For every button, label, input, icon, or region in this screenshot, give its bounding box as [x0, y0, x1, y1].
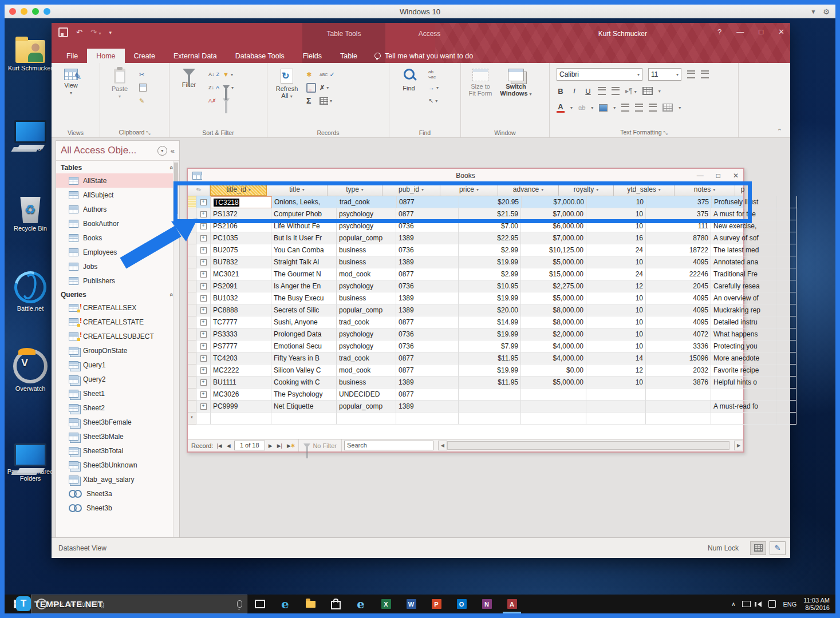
- row-selector[interactable]: [188, 280, 196, 292]
- table-row[interactable]: +BU2075You Can Combabusiness0736$2.99$10…: [188, 244, 743, 256]
- cell-ytd_sales[interactable]: 4095: [646, 256, 711, 268]
- cell-title[interactable]: Straight Talk Al: [271, 256, 337, 268]
- delete-button[interactable]: ✗▾: [320, 83, 335, 92]
- network-display-icon[interactable]: [742, 601, 751, 607]
- expand-row-button[interactable]: +: [196, 328, 211, 340]
- cell-p[interactable]: [776, 304, 796, 316]
- cell-notes[interactable]: More anecdote: [711, 352, 776, 365]
- navpane-item-allstate[interactable]: AllState: [56, 173, 179, 188]
- tab-external-data[interactable]: External Data: [164, 49, 226, 63]
- table-row[interactable]: +PS3333Prolonged Datapsychology0736$19.9…: [188, 328, 743, 340]
- expand-row-button[interactable]: +: [196, 280, 211, 292]
- alternate-row-color-icon[interactable]: [662, 104, 673, 112]
- save-record-button[interactable]: [306, 83, 316, 92]
- new-record-cell[interactable]: [459, 413, 521, 425]
- design-view-button[interactable]: ✎: [770, 541, 786, 555]
- cell-price[interactable]: [459, 389, 521, 401]
- cell-notes[interactable]: What happens: [711, 328, 776, 340]
- expand-row-button[interactable]: +: [196, 352, 211, 365]
- background-color-icon[interactable]: [599, 104, 608, 112]
- cell-type[interactable]: psychology: [337, 280, 396, 292]
- new-record-cell[interactable]: [646, 413, 711, 425]
- cell-notes[interactable]: Carefully resea: [711, 280, 776, 292]
- size-to-fit-form-button[interactable]: Size toFit Form: [464, 66, 496, 127]
- row-selector[interactable]: [188, 401, 196, 413]
- cell-type[interactable]: business: [337, 292, 396, 304]
- cell-price[interactable]: $2.99: [459, 244, 521, 256]
- cut-button[interactable]: ✂: [139, 70, 147, 79]
- taskbar-powerpoint[interactable]: P: [424, 595, 449, 613]
- paragraph-direction-icon[interactable]: ▸¶ ▾: [625, 87, 637, 95]
- desktop-icon-user-folder[interactable]: Kurt Schmucker: [6, 30, 55, 72]
- cell-price[interactable]: $11.95: [459, 377, 521, 389]
- tellme-box[interactable]: Tell me what you want to do: [366, 49, 481, 63]
- view-button[interactable]: ✎ View▾: [55, 66, 87, 127]
- cell-advance[interactable]: $7,000.00: [521, 232, 586, 244]
- table-row[interactable]: +PS2091Is Anger the Enpsychology0736$10.…: [188, 280, 743, 292]
- cell-type[interactable]: trad_cook: [337, 316, 396, 328]
- cell-title[interactable]: Emotional Secu: [271, 340, 337, 352]
- cell-ytd_sales[interactable]: 22246: [646, 268, 711, 280]
- clock[interactable]: 11:03 AM 8/5/2016: [803, 597, 830, 612]
- cell-notes[interactable]: [711, 389, 776, 401]
- cell-ytd_sales[interactable]: 15096: [646, 352, 711, 365]
- selection-filter-button[interactable]: ▼▾: [223, 70, 234, 79]
- gear-icon[interactable]: ⚙: [823, 7, 830, 16]
- cell-price[interactable]: $19.99: [459, 365, 521, 377]
- navpane-item-sheet1[interactable]: Sheet1: [56, 386, 179, 401]
- cell-pub_id[interactable]: 0736: [396, 244, 459, 256]
- decrease-indent-icon[interactable]: [598, 87, 606, 95]
- navpane-group-tables[interactable]: Tables«: [56, 161, 179, 173]
- cell-type[interactable]: psychology: [337, 340, 396, 352]
- cell-ytd_sales[interactable]: [646, 389, 711, 401]
- tab-fields[interactable]: Fields: [294, 49, 331, 63]
- customize-qat-icon[interactable]: ▾: [109, 30, 112, 35]
- action-center-icon[interactable]: [768, 600, 776, 608]
- cell-p[interactable]: [776, 377, 796, 389]
- remove-sort-button[interactable]: A✗: [208, 96, 219, 105]
- cell-ytd_sales[interactable]: 3336: [646, 340, 711, 352]
- table-row[interactable]: +TC7777Sushi, Anyonetrad_cook0877$14.99$…: [188, 316, 743, 328]
- new-record-cell[interactable]: [711, 413, 776, 425]
- cell-pub_id[interactable]: 1389: [396, 304, 459, 316]
- tab-create[interactable]: Create: [125, 49, 165, 63]
- table-row[interactable]: +MC3026The PsychologyUNDECIDED0877: [188, 389, 743, 401]
- new-record-cell[interactable]: [271, 413, 337, 425]
- cell-royalty[interactable]: 10: [586, 316, 646, 328]
- totals-button[interactable]: Σ: [306, 96, 316, 105]
- align-left-icon[interactable]: [621, 104, 629, 112]
- cell-title[interactable]: Is Anger the En: [271, 280, 337, 292]
- cell-royalty[interactable]: [586, 401, 646, 413]
- cell-price[interactable]: $11.95: [459, 352, 521, 365]
- expand-plus-icon[interactable]: +: [200, 403, 207, 410]
- cell-advance[interactable]: $4,000.00: [521, 352, 586, 365]
- cell-p[interactable]: [776, 208, 796, 220]
- cell-price[interactable]: $19.99: [459, 256, 521, 268]
- taskbar-file-explorer[interactable]: [298, 595, 323, 613]
- datasheet-view-button[interactable]: [750, 541, 766, 555]
- cell-royalty[interactable]: 12: [586, 280, 646, 292]
- previous-record-button[interactable]: ◀: [226, 443, 232, 449]
- cell-title_id[interactable]: BU7832: [211, 256, 271, 268]
- desktop-icon-shared-folders[interactable]: Parallels Shared Folders: [6, 433, 55, 482]
- tab-database-tools[interactable]: Database Tools: [226, 49, 294, 63]
- cell-royalty[interactable]: 10: [586, 256, 646, 268]
- cell-pub_id[interactable]: 1389: [396, 401, 459, 413]
- expand-row-button[interactable]: +: [196, 389, 211, 401]
- taskbar-edge[interactable]: e: [273, 595, 298, 613]
- new-blank-record-button[interactable]: ▶✱: [286, 443, 296, 449]
- cell-title[interactable]: Secrets of Silic: [271, 304, 337, 316]
- cell-type[interactable]: psychology: [337, 328, 396, 340]
- navpane-item-query2[interactable]: Query2: [56, 372, 179, 386]
- navpane-item-sheet3bfemale[interactable]: Sheet3bFemale: [56, 415, 179, 429]
- table-row[interactable]: +TC4203Fifty Years in Btrad_cook0877$11.…: [188, 352, 743, 365]
- cell-advance[interactable]: $5,000.00: [521, 377, 586, 389]
- cell-advance[interactable]: $5,000.00: [521, 256, 586, 268]
- microphone-icon[interactable]: [237, 600, 242, 608]
- chevron-down-icon[interactable]: ▼: [810, 9, 816, 15]
- navpane-item-sheet3btotal[interactable]: Sheet3bTotal: [56, 443, 179, 458]
- bullets-icon[interactable]: [687, 70, 695, 78]
- navpane-item-sheet3b[interactable]: Sheet3b: [56, 501, 179, 515]
- font-name-combo[interactable]: Calibri▾: [557, 68, 642, 81]
- cell-price[interactable]: $20.00: [459, 304, 521, 316]
